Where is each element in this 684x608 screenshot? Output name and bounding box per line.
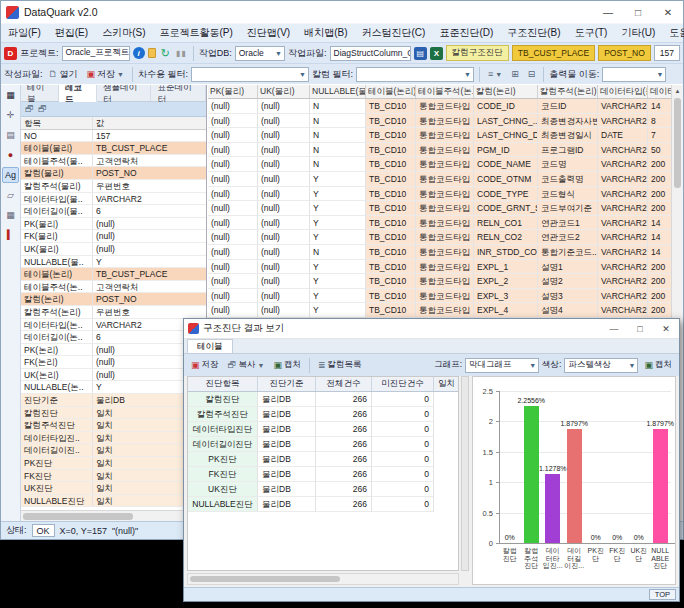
property-row[interactable]: 진단기준물리DB (21, 394, 206, 407)
grid-cell[interactable]: (null) (258, 99, 310, 114)
grid-cell[interactable]: 코드형식 (538, 187, 598, 202)
graph-type-select[interactable]: 막대그래프▼ (465, 358, 539, 373)
grid-cell[interactable]: 통합코드타입 (416, 172, 474, 187)
property-row[interactable]: 테이블(논리)TB_CUST_PLACE (21, 268, 206, 281)
grid-cell[interactable]: (null) (258, 114, 310, 129)
grid-cell[interactable]: RELN_CO2 (474, 230, 538, 245)
summary-column-header[interactable]: 진단기준 (258, 377, 316, 391)
grid-cell[interactable]: TB_CD10 (366, 230, 416, 245)
property-row[interactable]: FK진단일치 (21, 470, 206, 483)
grid-cell[interactable]: LAST_CHNG_.. (474, 114, 538, 129)
grid-cell[interactable]: (null) (258, 187, 310, 202)
grid-column-header[interactable]: 칼럼주석(논리) (538, 85, 598, 98)
summary-cell[interactable]: 0 (372, 407, 434, 422)
property-row[interactable]: PK진단일치 (21, 457, 206, 470)
filter-clear-icon-button[interactable]: ⊟ (525, 66, 539, 83)
summary-row[interactable]: 칼럼주석진단물리DB2660 (188, 407, 458, 422)
grid-cell[interactable]: 통합코드타입 (416, 157, 474, 172)
summary-cell[interactable]: PK진단 (188, 452, 258, 467)
grid-cell[interactable]: VARCHAR2 (598, 260, 648, 275)
grid-cell[interactable]: 연관코드1 (538, 216, 598, 231)
grid-cell[interactable]: 통합코드타입 (416, 303, 474, 318)
summary-cell[interactable]: 물리DB (258, 422, 316, 437)
table-row[interactable]: (null)(null)YTB_CD10통합코드타입EXPL_2설명2VARCH… (208, 274, 671, 289)
menu-item[interactable]: 스키마(S) (95, 26, 152, 40)
summary-cell[interactable]: 266 (316, 482, 372, 497)
grid-cell[interactable]: VARCHAR2 (598, 187, 648, 202)
summary-cell[interactable]: 266 (316, 497, 372, 512)
summary-row[interactable]: 데이터타입진단물리DB2660 (188, 422, 458, 437)
grid-cell[interactable]: (null) (208, 230, 258, 245)
summary-cell[interactable]: UK진단 (188, 482, 258, 497)
top-button[interactable]: TOP (649, 589, 676, 600)
grid-cell[interactable]: (null) (208, 143, 258, 158)
grid-cell[interactable]: 200 (648, 172, 671, 187)
grid-cell[interactable]: 8 (648, 114, 671, 129)
copy-all-icon[interactable]: 🗗 (38, 104, 47, 114)
grid-cell[interactable]: VARCHAR2 (598, 143, 648, 158)
grid-cell[interactable]: CODE_NAME (474, 157, 538, 172)
table-row[interactable]: (null)(null)NTB_CD10통합코드타입PGM_ID프로그램IDVA… (208, 143, 671, 158)
menu-item[interactable]: 편집(E) (48, 26, 95, 40)
grid-cell[interactable]: (null) (208, 172, 258, 187)
grid-cell[interactable]: 통합코드타입 (416, 289, 474, 304)
grid-column-header[interactable]: 칼럼(논리) (474, 85, 538, 98)
summary-cell[interactable]: 데이터길이진단 (188, 437, 258, 452)
table-row[interactable]: (null)(null)NTB_CD10통합코드타입LAST_CHNG_D..최… (208, 128, 671, 143)
workdb-select[interactable]: Oracle▼ (235, 46, 285, 61)
detail-tab-레코드[interactable]: 레코드 (59, 85, 97, 102)
grid-cell[interactable]: 통합코드타입 (416, 230, 474, 245)
grid-cell[interactable]: (null) (208, 245, 258, 260)
property-grid-hscrollbar[interactable] (21, 510, 206, 521)
grid-cell[interactable]: 통합코드타입 (416, 216, 474, 231)
table-row[interactable]: (null)(null)YTB_CD10통합코드타입CODE_OTNM코드출력명… (208, 172, 671, 187)
grid-cell[interactable]: 200 (648, 303, 671, 318)
grid-cell[interactable]: 200 (648, 274, 671, 289)
grid-cell[interactable]: (null) (208, 260, 258, 275)
popup-maximize-button[interactable]: □ (627, 319, 653, 338)
grid-cell[interactable]: (null) (258, 230, 310, 245)
property-row[interactable]: NULLABLE(논..Y (21, 381, 206, 394)
property-row[interactable]: NO157 (21, 130, 206, 143)
excel-icon[interactable]: X (430, 47, 443, 60)
grid-cell[interactable]: 50 (648, 143, 671, 158)
property-row[interactable]: 칼럼진단일치 (21, 407, 206, 420)
table-row[interactable]: (null)(null)NTB_CD10통합코드타입INR_STDD_CO..통… (208, 245, 671, 260)
grid-cell[interactable]: INR_STDD_CO.. (474, 245, 538, 260)
grid-cell[interactable]: VARCHAR2 (598, 201, 648, 216)
grid-cell[interactable]: VARCHAR2 (598, 230, 648, 245)
grid-cell[interactable]: 통합코드타입 (416, 260, 474, 275)
summary-cell[interactable]: 물리DB (258, 497, 316, 512)
grid-cell[interactable]: EXPL_2 (474, 274, 538, 289)
grid-cell[interactable]: TB_CD10 (366, 201, 416, 216)
popup-capture-button[interactable]: ▣캡처 (270, 357, 304, 374)
summary-column-header[interactable]: 일치 (434, 377, 459, 391)
grid-cell[interactable]: Y (310, 230, 366, 245)
menu-item[interactable]: 진단맵(V) (240, 26, 297, 40)
folder-icon[interactable] (148, 48, 156, 58)
grid-cell[interactable]: 코드ID (538, 99, 598, 114)
summary-cell[interactable]: NULLABLE진단 (188, 497, 258, 512)
export-icon[interactable]: ▱ (2, 187, 19, 203)
menu-item[interactable]: 도구(T) (568, 26, 615, 40)
grid-cell[interactable]: 설명4 (538, 303, 598, 318)
summary-cell[interactable]: 0 (372, 422, 434, 437)
summary-cell[interactable]: 0 (372, 392, 434, 407)
grid-cell[interactable]: VARCHAR2 (598, 245, 648, 260)
grid-cell[interactable]: RELN_CO1 (474, 216, 538, 231)
property-row[interactable]: 데이터길이(논..6 (21, 331, 206, 344)
menu-item[interactable]: 표준진단(D) (432, 26, 500, 40)
grid-cell[interactable]: 14 (648, 99, 671, 114)
grid-cell[interactable]: (null) (258, 128, 310, 143)
summary-cell[interactable]: 물리DB (258, 407, 316, 422)
summary-cell[interactable]: 물리DB (258, 437, 316, 452)
maximize-button[interactable]: □ (623, 1, 653, 23)
grid-cell[interactable]: (null) (208, 289, 258, 304)
color-scheme-select[interactable]: 파스텔색상▼ (564, 358, 638, 373)
grid-cell[interactable]: N (310, 99, 366, 114)
grid-column-header[interactable]: PK(물리) (208, 85, 258, 98)
summary-column-header[interactable]: 진단항목 (188, 377, 258, 391)
summary-cell[interactable]: 0 (372, 452, 434, 467)
property-row[interactable]: 칼럼(논리)POST_NO (21, 293, 206, 306)
grid-cell[interactable]: (null) (258, 201, 310, 216)
